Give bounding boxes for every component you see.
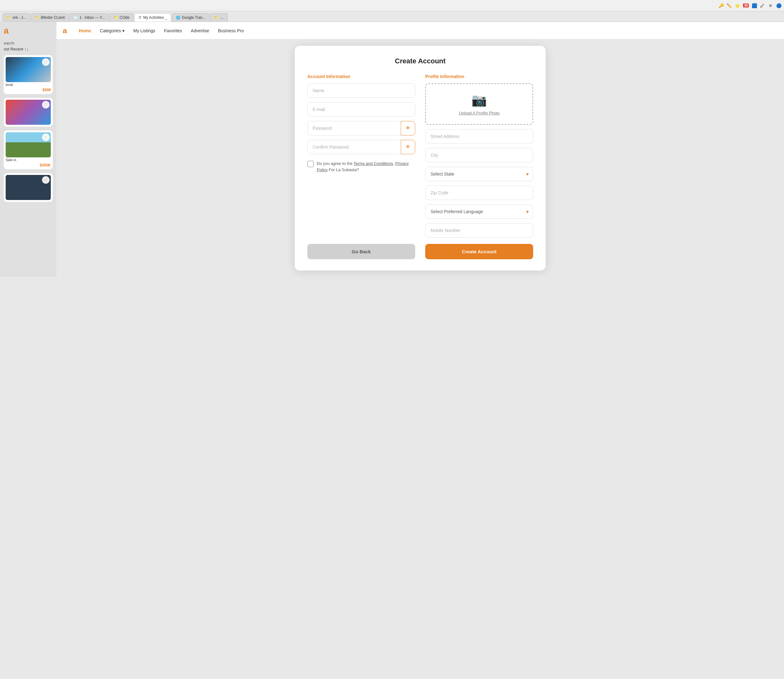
tab-label-more: ...: [221, 16, 224, 20]
extension-icon-2[interactable]: 🔵: [776, 3, 781, 8]
eye-icon-confirm: 👁: [406, 144, 411, 150]
confirm-password-field[interactable]: [307, 140, 415, 154]
tab-translate[interactable]: 🌐 Google Tran...: [172, 13, 210, 22]
sort-arrows-icon[interactable]: ↑↓: [25, 47, 28, 52]
tab-icon-bfinder: 📁: [35, 16, 39, 20]
terms-link[interactable]: Terms and Conditions: [354, 161, 393, 166]
main-navigation: a Home Categories ▾ My Listings Favorite…: [56, 22, 784, 39]
confirm-password-wrapper: 👁: [307, 140, 415, 154]
nav-label-favorites: Favorites: [164, 28, 182, 33]
nav-label-categories: Categories: [100, 28, 121, 33]
form-actions: Go Back Create Account: [307, 244, 533, 259]
nav-item-mylistings[interactable]: My Listings: [133, 27, 155, 34]
state-select-wrapper: Select State Alabama Alaska Florida New …: [425, 167, 533, 181]
tab-label-ork: ork - J...: [13, 16, 26, 20]
confirm-password-toggle-button[interactable]: 👁: [401, 140, 415, 154]
sidebar-logo: a: [4, 26, 53, 36]
star-icon[interactable]: ⭐: [735, 3, 740, 8]
tab-icon-ork: 📁: [6, 16, 11, 20]
state-select[interactable]: Select State Alabama Alaska Florida New …: [425, 167, 533, 181]
mobile-number-field[interactable]: [425, 223, 533, 238]
tab-icon-inbox: ✉️: [74, 16, 78, 20]
tab-activities[interactable]: ⏱ My Activities _: [134, 13, 171, 22]
tab-code[interactable]: 📁 COde: [110, 13, 133, 22]
create-account-button[interactable]: Create Account: [425, 244, 533, 259]
modal-title: Create Account: [307, 57, 533, 65]
terms-label: Do you agree to the Terms and Conditions…: [317, 161, 415, 173]
tab-label-activities: My Activities _: [143, 16, 167, 20]
tab-more[interactable]: 📁 ...: [210, 13, 228, 22]
nav-item-advertise[interactable]: Advertise: [191, 27, 209, 34]
edit-icon[interactable]: ✏️: [727, 3, 732, 8]
favorite-icon-4[interactable]: ♡: [42, 176, 50, 184]
card-price-laptop: $599: [6, 88, 51, 92]
tab-label-inbox: 1 · Inbox — Y...: [79, 16, 105, 20]
nav-label-advertise: Advertise: [191, 28, 209, 33]
tab-bar: 📁 ork - J... 📁 Bfinder CLient ✉️ 1 · Inb…: [0, 11, 784, 22]
tab-label-translate: Google Tran...: [182, 16, 206, 20]
password-wrapper: 👁: [307, 121, 415, 135]
card-label-laptop: book: [6, 83, 51, 86]
nav-item-home[interactable]: Home: [79, 27, 91, 34]
tab-bfinder[interactable]: 📁 Bfinder CLient: [31, 13, 69, 22]
nav-item-favorites[interactable]: Favorites: [164, 27, 182, 34]
terms-suffix: For La Subasta?: [329, 167, 359, 172]
nav-item-categories[interactable]: Categories ▾: [100, 27, 124, 34]
sidebar-search-label: earch:: [4, 41, 53, 45]
terms-text: Do you agree to the: [317, 161, 353, 166]
sidebar: a earch: ost Recent ↑↓ ♡ book $599 ♡ ♡: [0, 22, 56, 277]
list-item[interactable]: ♡ Sale in $350K: [4, 130, 53, 169]
eye-icon: 👁: [406, 125, 411, 131]
city-field[interactable]: [425, 148, 533, 163]
asterisk-icon[interactable]: ✳: [768, 3, 773, 8]
photo-upload-label: Upload A Profile Photo: [459, 111, 500, 115]
tab-icon-translate: 🌐: [176, 16, 180, 20]
favorite-icon-3[interactable]: ♡: [42, 133, 50, 141]
terms-checkbox-wrapper: Do you agree to the Terms and Conditions…: [307, 161, 415, 173]
chevron-down-icon: ▾: [122, 28, 124, 33]
favorite-icon-2[interactable]: ♡: [42, 101, 50, 108]
nav-item-businesspro[interactable]: Business Pro: [218, 27, 244, 34]
nav-logo: a: [63, 26, 67, 35]
create-account-modal: Create Account Account Information Profi…: [295, 46, 546, 271]
favorite-icon[interactable]: ♡: [42, 58, 50, 66]
street-address-field[interactable]: [425, 129, 533, 144]
nav-label-businesspro: Business Pro: [218, 28, 244, 33]
nav-label-home: Home: [79, 28, 91, 33]
tab-ork[interactable]: 📁 ork - J...: [3, 13, 30, 22]
sidebar-sort-label: ost Recent: [4, 47, 23, 52]
nav-label-mylistings: My Listings: [133, 28, 155, 33]
password-field[interactable]: [307, 121, 415, 135]
language-select-wrapper: Select Preferred Language English Spanis…: [425, 204, 533, 219]
extension-icon-1[interactable]: 🟦: [751, 3, 757, 8]
key-icon[interactable]: 🔑: [718, 3, 724, 8]
go-back-button[interactable]: Go Back: [307, 244, 415, 259]
camera-icon: 📷: [471, 93, 487, 108]
browser-toolbar: 🔑 ✏️ ⭐ 38 🟦 🖊 ✳ 🔵: [0, 0, 784, 11]
pen-icon[interactable]: 🖊: [759, 3, 765, 8]
tab-label-code: COde: [119, 16, 129, 20]
tab-icon-code: 📁: [113, 16, 118, 20]
email-field[interactable]: [307, 102, 415, 117]
terms-checkbox[interactable]: [307, 161, 314, 167]
browser-icons: 🔑 ✏️ ⭐ 38 🟦 🖊 ✳ 🔵: [718, 3, 781, 8]
list-item[interactable]: ♡: [4, 98, 53, 127]
account-section-title: Account Information: [307, 74, 415, 79]
tab-icon-activities: ⏱: [138, 16, 142, 19]
tab-label-bfinder: Bfinder CLient: [41, 16, 64, 20]
language-select[interactable]: Select Preferred Language English Spanis…: [425, 204, 533, 219]
list-item[interactable]: ♡: [4, 173, 53, 202]
name-field[interactable]: [307, 83, 415, 98]
card-price-house: $350K: [6, 163, 51, 167]
sidebar-sort: ost Recent ↑↓: [4, 47, 53, 52]
zip-code-field[interactable]: [425, 186, 533, 200]
profile-section-title: Profile Information: [425, 74, 533, 79]
password-toggle-button[interactable]: 👁: [401, 121, 415, 135]
tab-inbox[interactable]: ✉️ 1 · Inbox — Y...: [69, 13, 109, 22]
card-label-house: Sale in: [6, 158, 51, 162]
main-content: Create Account Account Information Profi…: [56, 39, 784, 277]
list-item[interactable]: ♡ book $599: [4, 55, 53, 94]
tab-icon-more: 📁: [215, 16, 219, 20]
notification-badge: 38: [743, 3, 749, 8]
photo-upload-area[interactable]: 📷 Upload A Profile Photo: [425, 83, 533, 125]
